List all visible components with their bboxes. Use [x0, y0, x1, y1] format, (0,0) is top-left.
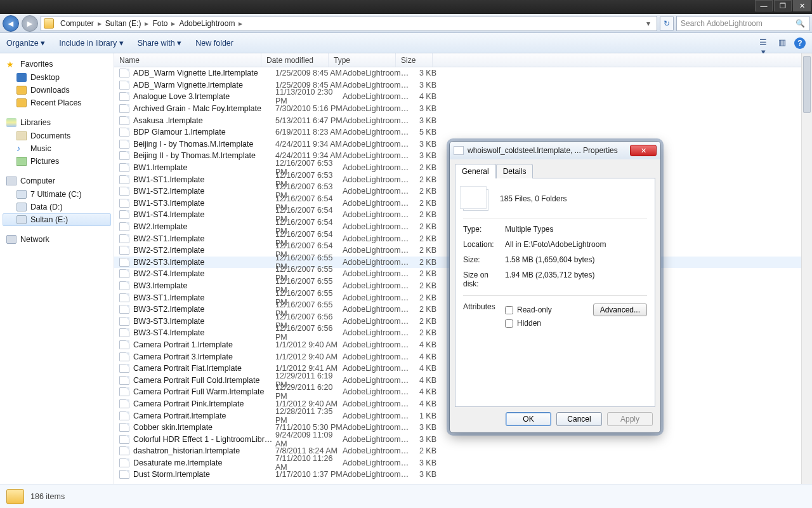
file-icon: [454, 146, 464, 155]
view-options-icon[interactable]: ☰ ▾: [756, 37, 770, 50]
dialog-title-text: whoiswolf_coldsteel.lrtemplate, ... Prop…: [468, 146, 618, 155]
file-type: AdobeLightroom.l...: [343, 246, 410, 255]
file-icon: [119, 163, 129, 172]
nav-forward-button[interactable]: ►: [22, 15, 38, 32]
chevron-right-icon: ▸: [170, 19, 176, 28]
file-name: BW2.lrtemplate: [133, 222, 275, 231]
breadcrumb-segment[interactable]: Sultan (E:): [103, 19, 144, 28]
file-name: BW2-ST1.lrtemplate: [133, 234, 275, 243]
sidebar-item-recent-places[interactable]: Recent Places: [3, 97, 111, 109]
file-type: AdobeLightroom.l...: [343, 199, 410, 208]
include-in-library-menu[interactable]: Include in library ▾: [59, 38, 124, 48]
search-icon: 🔍: [796, 19, 805, 28]
apply-button[interactable]: Apply: [607, 412, 653, 426]
sidebar-computer-header[interactable]: Computer: [3, 174, 111, 188]
file-name: Dust Storm.lrtemplate: [133, 470, 275, 479]
breadcrumb-segment[interactable]: Foto: [150, 19, 170, 28]
file-row[interactable]: Desaturate me.lrtemplate7/11/2010 11:26 …: [114, 457, 812, 469]
file-name: BW1-ST3.lrtemplate: [133, 199, 275, 208]
file-row[interactable]: ADB_Warm Vignette.lrtemplate1/25/2009 8:…: [114, 79, 812, 91]
column-type[interactable]: Type: [329, 53, 396, 67]
sidebar-drive-d[interactable]: Data (D:): [3, 201, 111, 213]
file-row[interactable]: Colorful HDR Effect 1 - LightroomLibrary…: [114, 433, 812, 445]
sidebar-item-pictures[interactable]: Pictures: [3, 155, 111, 168]
explorer-navbar: ◄ ► Computer▸ Sultan (E:)▸ Foto▸ AdobeLi…: [0, 14, 812, 33]
tab-general[interactable]: General: [455, 164, 496, 178]
sidebar-item-downloads[interactable]: Downloads: [3, 84, 111, 97]
ok-button[interactable]: OK: [506, 412, 551, 426]
file-name: Analogue Love 3.lrtemplate: [133, 92, 275, 101]
cancel-button[interactable]: Cancel: [556, 412, 602, 426]
address-bar[interactable]: Computer▸ Sultan (E:)▸ Foto▸ AdobeLightr…: [41, 16, 657, 31]
file-row[interactable]: BDP Glamour 1.lrtemplate6/19/2011 8:23 A…: [114, 126, 812, 138]
preview-pane-icon[interactable]: ▥: [775, 37, 789, 50]
file-date: 1/25/2009 8:45 AM: [275, 69, 343, 77]
tab-details[interactable]: Details: [496, 164, 534, 178]
sidebar-drive-c[interactable]: 7 Ultimate (C:): [3, 188, 111, 201]
file-name: ADB_Warm Vignette.lrtemplate: [133, 81, 275, 90]
sidebar-drive-e[interactable]: Sultan (E:): [3, 213, 111, 226]
vertical-scrollbar[interactable]: [801, 53, 812, 484]
file-name: Camera Portrait 3.lrtemplate: [133, 352, 275, 361]
file-icon: [119, 423, 129, 432]
sidebar-network-header[interactable]: Network: [3, 232, 111, 246]
column-size[interactable]: Size: [396, 53, 433, 67]
status-bar: 186 items: [0, 484, 812, 508]
file-row[interactable]: ADB_Warm Vignette Lite.lrtemplate1/25/20…: [114, 67, 812, 79]
breadcrumb-segment[interactable]: AdobeLightroom: [176, 19, 237, 28]
file-type: AdobeLightroom.l...: [343, 92, 410, 101]
file-name: BW1-ST1.lrtemplate: [133, 175, 275, 184]
file-icon: [119, 376, 129, 385]
file-row[interactable]: Dust Storm.lrtemplate1/17/2010 1:37 PMAd…: [114, 469, 812, 481]
file-type: AdobeLightroom.l...: [343, 305, 410, 314]
refresh-button[interactable]: ↻: [660, 17, 674, 30]
file-date: 12/29/2011 6:20 PM: [275, 383, 343, 401]
checkbox-readonly[interactable]: [505, 306, 513, 314]
file-name: BW3.lrtemplate: [133, 281, 275, 290]
file-row[interactable]: Analogue Love 3.lrtemplate11/13/2010 2:3…: [114, 91, 812, 103]
recent-icon: [16, 98, 27, 107]
file-type: AdobeLightroom.l...: [343, 387, 410, 396]
file-row[interactable]: Archived Grain - Malc Foy.lrtemplate7/30…: [114, 103, 812, 115]
sidebar-favorites-header[interactable]: ★Favorites: [3, 57, 111, 71]
sidebar-libraries-header[interactable]: Libraries: [3, 116, 111, 130]
nav-back-button[interactable]: ◄: [3, 15, 19, 32]
address-dropdown-icon[interactable]: ▾: [643, 19, 654, 28]
column-date[interactable]: Date modified: [261, 53, 329, 67]
file-size: 2 KB: [410, 258, 442, 267]
file-size: 3 KB: [410, 140, 442, 149]
dialog-close-button[interactable]: ✕: [630, 145, 657, 156]
value-size: 1.58 MB (1,659,604 bytes): [505, 255, 647, 264]
sidebar-item-desktop[interactable]: Desktop: [3, 71, 111, 84]
sidebar-item-documents[interactable]: Documents: [3, 130, 111, 142]
window-minimize-button[interactable]: —: [755, 0, 773, 11]
file-row[interactable]: Asakusa .lrtemplate5/13/2011 6:47 PMAdob…: [114, 114, 812, 126]
dialog-titlebar[interactable]: whoiswolf_coldsteel.lrtemplate, ... Prop…: [450, 142, 660, 159]
file-type: AdobeLightroom.l...: [343, 446, 410, 455]
column-name[interactable]: Name: [114, 53, 261, 67]
checkbox-hidden[interactable]: [505, 319, 513, 328]
advanced-button[interactable]: Advanced...: [593, 304, 647, 316]
file-icon: [119, 140, 129, 149]
file-icon: [119, 222, 129, 231]
sidebar-item-music[interactable]: ♪Music: [3, 142, 111, 155]
file-size: 3 KB: [410, 104, 442, 113]
organize-menu[interactable]: Organize ▾: [6, 38, 45, 48]
file-row[interactable]: dashatron_historian.lrtemplate7/8/2011 8…: [114, 445, 812, 457]
file-date: 1/1/2012 9:40 AM: [275, 340, 343, 349]
file-name: Camera Portrait Full Cold.lrtemplate: [133, 376, 275, 385]
search-input[interactable]: Search AdobeLightroom 🔍: [676, 16, 809, 31]
chevron-right-icon: ▸: [237, 19, 244, 28]
help-icon[interactable]: ?: [794, 37, 806, 49]
network-icon: [6, 235, 16, 244]
drive-icon: [16, 203, 27, 211]
scrollbar-thumb[interactable]: [803, 56, 811, 113]
new-folder-button[interactable]: New folder: [195, 39, 233, 48]
file-type: AdobeLightroom.l...: [343, 81, 410, 90]
file-name: BW3-ST1.lrtemplate: [133, 293, 275, 302]
share-with-menu[interactable]: Share with ▾: [138, 38, 182, 48]
breadcrumb-segment[interactable]: Computer: [58, 19, 96, 28]
file-size: 4 KB: [410, 92, 442, 101]
window-maximize-button[interactable]: ❐: [774, 0, 792, 11]
window-close-button[interactable]: ✕: [793, 0, 811, 11]
